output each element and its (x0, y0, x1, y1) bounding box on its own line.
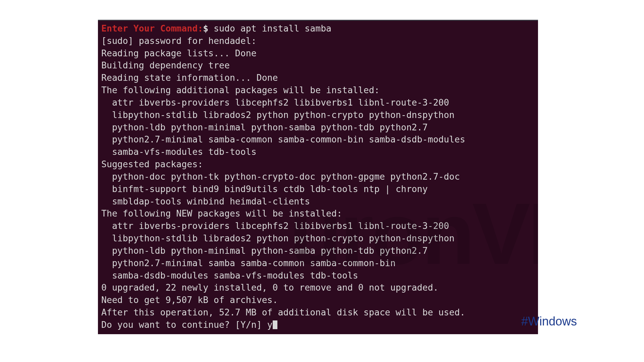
hashtag-label: #Windows (521, 314, 577, 328)
terminal-line: smbldap-tools winbind heimdal-clients (101, 195, 535, 208)
terminal-line: Need to get 9,507 kB of archives. (101, 294, 535, 306)
confirm-prompt: Do you want to continue? [Y/n] (101, 319, 267, 330)
terminal-line: After this operation, 52.7 MB of additio… (101, 306, 535, 319)
terminal-line: binfmt-support bind9 bind9utils ctdb ldb… (101, 183, 535, 195)
terminal-line: python2.7-minimal samba samba-common sam… (101, 257, 535, 269)
terminal-line: samba-dsdb-modules samba-vfs-modules tdb… (101, 269, 535, 282)
terminal-line: The following NEW packages will be insta… (101, 207, 535, 220)
prompt-label: Enter Your Command: (101, 23, 203, 34)
terminal-line: 0 upgraded, 22 newly installed, 0 to rem… (101, 282, 535, 294)
confirm-input: y (267, 319, 273, 330)
command-text: sudo apt install samba (208, 23, 331, 34)
terminal-line: attr ibverbs-providers libcephfs2 libibv… (101, 97, 535, 109)
terminal-line: Reading state information... Done (101, 72, 535, 84)
terminal-line: Building dependency tree (101, 59, 535, 72)
terminal-line: samba-vfs-modules tdb-tools (101, 146, 535, 158)
prompt-dollar: $ (203, 23, 208, 34)
terminal-line: python-ldb python-minimal python-samba p… (101, 121, 535, 134)
terminal-window[interactable]: uronVM Enter Your Command:$ sudo apt ins… (98, 20, 538, 334)
terminal-line: [sudo] password for hendadel: (101, 35, 535, 47)
terminal-line: Reading package lists... Done (101, 47, 535, 60)
terminal-line: Enter Your Command:$ sudo apt install sa… (101, 22, 535, 35)
cursor-icon (273, 320, 277, 329)
terminal-line: The following additional packages will b… (101, 84, 535, 97)
terminal-line: libpython-stdlib librados2 python python… (101, 109, 535, 121)
terminal-line: Suggested packages: (101, 158, 535, 171)
terminal-line: libpython-stdlib librados2 python python… (101, 232, 535, 245)
terminal-line: python-ldb python-minimal python-samba p… (101, 245, 535, 257)
terminal-line: attr ibverbs-providers libcephfs2 libibv… (101, 220, 535, 232)
confirm-prompt-line[interactable]: Do you want to continue? [Y/n] y (101, 319, 535, 331)
terminal-line: python2.7-minimal samba-common samba-com… (101, 133, 535, 146)
terminal-line: python-doc python-tk python-crypto-doc p… (101, 171, 535, 183)
